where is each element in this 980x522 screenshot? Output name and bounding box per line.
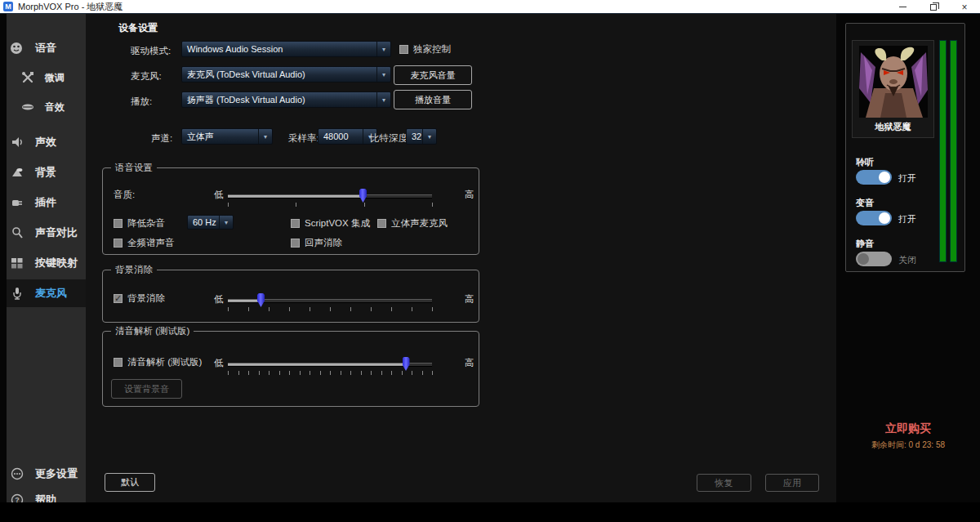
right-column: 地狱恶魔 聆听 打开 变音 打开 静音 关闭 立即购买 剩余时间: 0 d 23… <box>836 14 980 502</box>
sidebar-item-voice-compare[interactable]: 声音对比 <box>7 219 86 247</box>
buy-now-link[interactable]: 立即购买 <box>836 422 980 436</box>
sidebar-item-label: 语音 <box>35 41 56 56</box>
restore-settings-button[interactable]: 恢复 <box>697 474 751 492</box>
window-title: MorphVOX Pro - 地狱恶魔 <box>18 1 122 13</box>
echo-cancel-checkbox[interactable]: 回声消除 <box>291 237 342 249</box>
lips-icon <box>20 100 35 114</box>
more-icon <box>10 467 24 480</box>
bg-cancel-slider[interactable] <box>228 295 432 315</box>
morph-header: 变音 <box>856 197 874 209</box>
close-icon: × <box>961 2 967 12</box>
mute-toggle[interactable] <box>856 252 892 266</box>
reduce-noise-checkbox[interactable]: 降低杂音 <box>114 217 165 230</box>
slider-thumb[interactable] <box>257 293 265 307</box>
sidebar-item-voice[interactable]: 语音 <box>7 34 86 62</box>
restore-icon <box>930 4 937 11</box>
close-button[interactable]: × <box>949 0 980 14</box>
sidebar-item-tweak[interactable]: 微调 <box>7 64 86 91</box>
sidebar-item-label: 更多设置 <box>35 466 78 481</box>
high-label: 高 <box>465 357 474 369</box>
mute-state: 关闭 <box>898 254 916 266</box>
channel-select[interactable]: 立体声 ▾ <box>181 128 273 145</box>
driver-mode-select[interactable]: Windows Audio Session ▾ <box>181 41 391 57</box>
group-title: 背景消除 <box>111 264 157 276</box>
exclusive-control-checkbox[interactable]: 独家控制 <box>399 43 451 56</box>
restore-button[interactable] <box>918 0 949 14</box>
playback-volume-button[interactable]: 播放音量 <box>394 90 472 109</box>
playback-select[interactable]: 扬声器 (ToDesk Virtual Audio) ▾ <box>181 91 391 108</box>
sidebar-item-background[interactable]: 背景 <box>7 158 86 186</box>
app-window: M MorphVOX Pro - 地狱恶魔 × 语音 微调 音效 <box>0 0 980 522</box>
toggle-knob <box>879 172 890 183</box>
bit-depth-label: 比特深度: <box>370 132 410 145</box>
voice-settings-group: 语音设置 音质: 低 高 降低杂音 60 Hz ▾ ScriptVOX 集成 <box>102 167 479 255</box>
quality-slider[interactable] <box>228 190 432 210</box>
chevron-down-icon: ▾ <box>376 92 390 107</box>
apply-button[interactable]: 应用 <box>765 474 819 492</box>
microphone-value: 麦克风 (ToDesk Virtual Audio) <box>182 69 376 81</box>
low-label: 低 <box>214 189 224 201</box>
chevron-down-icon: ▾ <box>376 67 390 82</box>
sidebar-item-label: 微调 <box>45 71 65 85</box>
background-icon <box>10 166 24 179</box>
bg-cancel-group: 背景消除 背景消除 低 高 <box>102 270 479 323</box>
sidebar-item-more-settings[interactable]: 更多设置 <box>7 460 86 488</box>
microphone-select[interactable]: 麦克风 (ToDesk Virtual Audio) ▾ <box>181 66 391 83</box>
toggle-knob <box>858 253 869 265</box>
character-frame: 地狱恶魔 <box>852 40 934 138</box>
checkbox-label: 降低杂音 <box>127 217 165 230</box>
minimize-icon <box>899 7 906 7</box>
voice-ball-icon <box>10 42 24 55</box>
slider-thumb[interactable] <box>403 357 410 371</box>
bit-depth-select[interactable]: 32 ▾ <box>406 128 437 145</box>
listen-toggle[interactable] <box>856 170 892 185</box>
titlebar: M MorphVOX Pro - 地狱恶魔 × <box>0 0 980 14</box>
mute-header: 静音 <box>856 238 874 250</box>
checkbox-label: 清音解析 (测试版) <box>127 356 202 368</box>
sidebar-item-microphone[interactable]: 麦克风 <box>7 279 86 307</box>
mic-volume-button[interactable]: 麦克风音量 <box>394 65 472 85</box>
clear-voice-checkbox[interactable]: 清音解析 (测试版) <box>114 356 202 368</box>
clear-voice-slider[interactable] <box>228 359 432 378</box>
sidebar-item-label: 麦克风 <box>35 286 67 301</box>
level-meter-left <box>939 40 947 262</box>
morph-toggle[interactable] <box>856 211 892 225</box>
slider-thumb[interactable] <box>359 189 367 203</box>
full-spectrum-checkbox[interactable]: 全频谱声音 <box>114 237 175 249</box>
checkbox-box <box>377 219 386 228</box>
microphone-label: 麦克风: <box>131 70 162 83</box>
default-button[interactable]: 默认 <box>105 473 155 492</box>
sidebar-item-label: 背景 <box>35 165 56 180</box>
scriptvox-checkbox[interactable]: ScriptVOX 集成 <box>291 217 370 230</box>
sample-rate-select[interactable]: 48000 ▾ <box>318 128 377 145</box>
sidebar-item-voice-fx[interactable]: 声效 <box>7 128 86 156</box>
clear-voice-group: 清音解析 (测试版) 清音解析 (测试版) 低 高 设置背景音 <box>102 331 479 407</box>
checkbox-box <box>114 294 122 303</box>
sidebar-item-label: 按键映射 <box>35 256 78 270</box>
left-edge <box>0 14 7 502</box>
checkbox-box <box>114 239 122 248</box>
set-background-sound-button[interactable]: 设置背景音 <box>111 379 182 399</box>
noise-freq-select[interactable]: 60 Hz ▾ <box>187 215 234 230</box>
chevron-down-icon: ▾ <box>219 216 233 229</box>
voice-status-panel: 地狱恶魔 聆听 打开 变音 打开 静音 关闭 <box>845 23 965 272</box>
high-label: 高 <box>465 293 474 306</box>
bg-cancel-checkbox[interactable]: 背景消除 <box>114 292 165 305</box>
magnifier-icon <box>10 226 24 239</box>
checkbox-label: 独家控制 <box>413 43 451 56</box>
channel-value: 立体声 <box>182 131 258 143</box>
sidebar-item-label: 声音对比 <box>35 225 78 240</box>
quality-label: 音质: <box>114 189 135 201</box>
group-title: 语音设置 <box>111 162 157 174</box>
chevron-down-icon: ▾ <box>376 42 390 56</box>
minimize-button[interactable] <box>887 0 918 14</box>
high-label: 高 <box>465 189 474 201</box>
channel-label: 声道: <box>151 132 172 145</box>
sidebar-item-keymap[interactable]: 按键映射 <box>7 249 86 277</box>
driver-mode-value: Windows Audio Session <box>182 44 376 54</box>
sidebar-item-plugins[interactable]: 插件 <box>7 189 86 216</box>
stereo-mic-checkbox[interactable]: 立体声麦克风 <box>377 217 448 230</box>
checkbox-box <box>291 239 300 248</box>
sidebar-item-sound-effects[interactable]: 音效 <box>7 93 86 121</box>
slider-track <box>228 363 432 367</box>
